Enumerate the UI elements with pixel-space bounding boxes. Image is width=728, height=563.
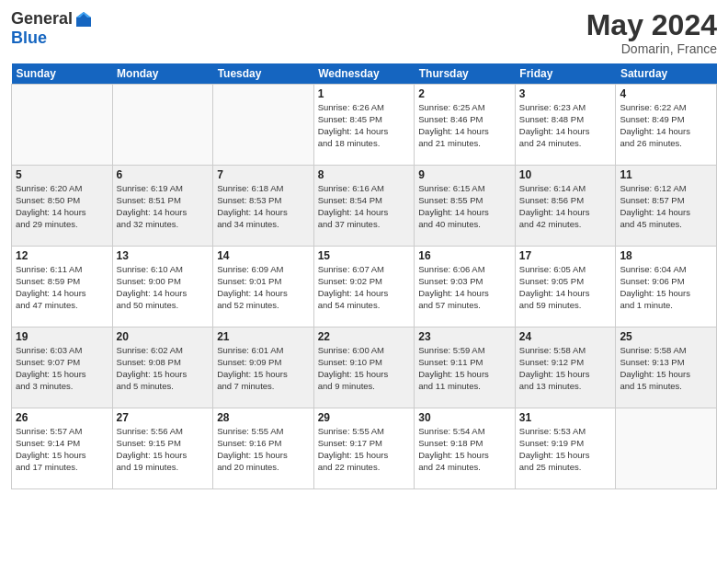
cell-line: and 32 minutes. [117, 219, 210, 231]
day-number: 21 [217, 330, 310, 343]
cell-line: Daylight: 14 hours [418, 126, 511, 138]
cell-line: and 34 minutes. [217, 219, 310, 231]
calendar-table: SundayMondayTuesdayWednesdayThursdayFrid… [11, 63, 717, 489]
cell-line: Sunrise: 5:59 AM [418, 345, 511, 357]
cell-line: Sunset: 8:57 PM [620, 195, 712, 207]
day-number: 20 [117, 330, 210, 343]
cell-line: Sunset: 8:55 PM [418, 195, 511, 207]
cell-line: Daylight: 15 hours [620, 288, 712, 300]
week-row-4: 26Sunrise: 5:57 AMSunset: 9:14 PMDayligh… [12, 408, 717, 489]
day-number: 16 [418, 249, 511, 262]
cal-cell: 30Sunrise: 5:54 AMSunset: 9:18 PMDayligh… [415, 408, 516, 489]
day-number: 13 [117, 249, 210, 262]
cell-line: and 7 minutes. [217, 381, 310, 393]
day-number: 12 [16, 249, 108, 262]
cell-line: Sunset: 9:14 PM [16, 438, 108, 450]
cell-line: and 50 minutes. [117, 300, 210, 312]
cell-line: and 29 minutes. [16, 219, 108, 231]
cell-line: Daylight: 15 hours [117, 450, 210, 462]
cell-line: Sunset: 9:00 PM [117, 276, 210, 288]
day-header-monday: Monday [112, 63, 213, 85]
cell-line: Daylight: 15 hours [620, 369, 712, 381]
cal-cell [112, 85, 213, 166]
logo: General Blue [11, 9, 93, 48]
day-number: 17 [519, 249, 612, 262]
cal-cell: 19Sunrise: 6:03 AMSunset: 9:07 PMDayligh… [12, 327, 113, 408]
days-header-row: SundayMondayTuesdayWednesdayThursdayFrid… [12, 63, 717, 85]
day-number: 11 [620, 168, 712, 181]
cell-line: Sunset: 9:07 PM [16, 357, 108, 369]
cell-line: Sunrise: 6:22 AM [620, 102, 712, 114]
cell-line: and 57 minutes. [418, 300, 511, 312]
cell-line: Daylight: 14 hours [117, 288, 210, 300]
cell-line: and 54 minutes. [318, 300, 411, 312]
cell-line: Sunrise: 6:02 AM [117, 345, 210, 357]
cal-cell: 28Sunrise: 5:55 AMSunset: 9:16 PMDayligh… [213, 408, 314, 489]
cal-cell: 11Sunrise: 6:12 AMSunset: 8:57 PMDayligh… [616, 166, 717, 247]
cell-line: Sunset: 9:18 PM [418, 438, 511, 450]
day-number: 24 [519, 330, 612, 343]
cell-line: Daylight: 14 hours [318, 126, 411, 138]
cell-line: Daylight: 15 hours [519, 369, 612, 381]
cell-line: and 18 minutes. [318, 138, 411, 150]
cell-line: and 3 minutes. [16, 381, 108, 393]
day-number: 1 [318, 87, 411, 100]
cal-cell: 2Sunrise: 6:25 AMSunset: 8:46 PMDaylight… [415, 85, 516, 166]
cal-cell: 20Sunrise: 6:02 AMSunset: 9:08 PMDayligh… [112, 327, 213, 408]
cell-line: Sunrise: 6:15 AM [418, 183, 511, 195]
cell-line: Sunrise: 6:06 AM [418, 264, 511, 276]
day-number: 10 [519, 168, 612, 181]
cell-line: and 37 minutes. [318, 219, 411, 231]
day-number: 31 [519, 411, 612, 424]
cell-line: Sunset: 9:16 PM [217, 438, 310, 450]
week-row-1: 5Sunrise: 6:20 AMSunset: 8:50 PMDaylight… [12, 166, 717, 247]
cell-line: Sunrise: 6:05 AM [519, 264, 612, 276]
cal-cell: 22Sunrise: 6:00 AMSunset: 9:10 PMDayligh… [313, 327, 415, 408]
day-number: 14 [217, 249, 310, 262]
cell-line: Daylight: 15 hours [318, 369, 411, 381]
cell-line: Sunset: 8:53 PM [217, 195, 310, 207]
cell-line: Sunrise: 6:20 AM [16, 183, 108, 195]
cell-line: Daylight: 15 hours [217, 369, 310, 381]
cell-line: Sunrise: 5:57 AM [16, 426, 108, 438]
cal-cell: 3Sunrise: 6:23 AMSunset: 8:48 PMDaylight… [515, 85, 616, 166]
cell-line: and 52 minutes. [217, 300, 310, 312]
cell-line: Daylight: 14 hours [519, 288, 612, 300]
cell-line: and 40 minutes. [418, 219, 511, 231]
day-number: 22 [318, 330, 411, 343]
cell-line: and 42 minutes. [519, 219, 612, 231]
cell-line: Sunrise: 5:56 AM [117, 426, 210, 438]
cell-line: Sunrise: 6:12 AM [620, 183, 712, 195]
cal-cell: 4Sunrise: 6:22 AMSunset: 8:49 PMDaylight… [616, 85, 717, 166]
cell-line: Sunrise: 6:07 AM [318, 264, 411, 276]
cell-line: and 5 minutes. [117, 381, 210, 393]
cell-line: Daylight: 14 hours [217, 207, 310, 219]
cell-line: Sunset: 9:11 PM [418, 357, 511, 369]
week-row-3: 19Sunrise: 6:03 AMSunset: 9:07 PMDayligh… [12, 327, 717, 408]
cell-line: Sunrise: 5:55 AM [217, 426, 310, 438]
cal-cell: 25Sunrise: 5:58 AMSunset: 9:13 PMDayligh… [616, 327, 717, 408]
cell-line: Sunrise: 6:04 AM [620, 264, 712, 276]
cell-line: Sunset: 9:05 PM [519, 276, 612, 288]
cell-line: Sunset: 8:48 PM [519, 114, 612, 126]
cell-line: Sunrise: 6:19 AM [117, 183, 210, 195]
cal-cell [12, 85, 113, 166]
cell-line: Sunrise: 6:25 AM [418, 102, 511, 114]
cal-cell: 16Sunrise: 6:06 AMSunset: 9:03 PMDayligh… [415, 247, 516, 327]
svg-marker-0 [76, 12, 91, 27]
cell-line: Sunset: 9:01 PM [217, 276, 310, 288]
page-container: General Blue May 2024 Domarin, France Su… [0, 0, 728, 499]
day-number: 19 [16, 330, 108, 343]
cell-line: Sunset: 9:17 PM [318, 438, 411, 450]
cell-line: Daylight: 15 hours [418, 369, 511, 381]
cell-line: and 21 minutes. [418, 138, 511, 150]
cell-line: Sunset: 8:51 PM [117, 195, 210, 207]
cal-cell: 27Sunrise: 5:56 AMSunset: 9:15 PMDayligh… [112, 408, 213, 489]
day-number: 26 [16, 411, 108, 424]
cell-line: Sunrise: 5:53 AM [519, 426, 612, 438]
cell-line: Sunrise: 6:18 AM [217, 183, 310, 195]
cell-line: Sunset: 8:54 PM [318, 195, 411, 207]
cal-cell: 12Sunrise: 6:11 AMSunset: 8:59 PMDayligh… [12, 247, 113, 327]
day-number: 29 [318, 411, 411, 424]
cell-line: Sunrise: 6:11 AM [16, 264, 108, 276]
